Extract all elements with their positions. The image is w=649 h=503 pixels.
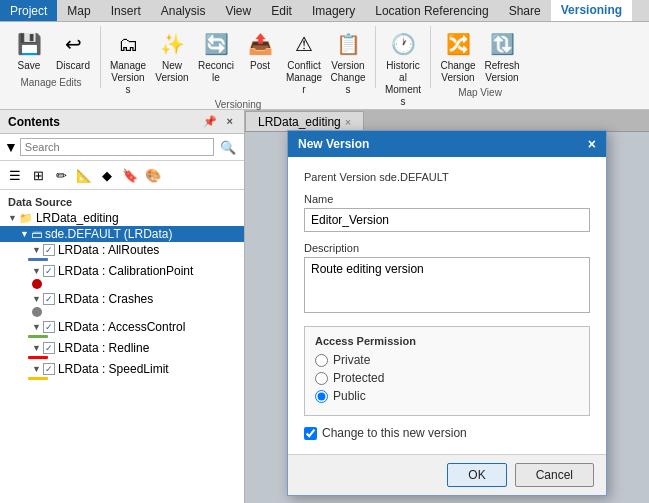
historical-moments-icon: 🕐 — [387, 28, 419, 60]
ribbon: 💾 Save ↩ Discard Manage Edits 🗂 Manage V… — [0, 22, 649, 110]
checkbox-calibrationpoint[interactable]: ✓ — [43, 265, 55, 277]
checkbox-change-version[interactable] — [304, 427, 317, 440]
manage-versions-label: Manage Versions — [109, 60, 147, 96]
folder-icon: 📁 — [19, 212, 33, 225]
dialog-description-label: Description — [304, 242, 590, 254]
tree-item-allroutes[interactable]: ▼ ✓ LRData : AllRoutes — [0, 242, 244, 258]
historical-moments-button[interactable]: 🕐 Historical Moments — [382, 26, 424, 110]
draw-icon[interactable]: 📐 — [73, 164, 95, 186]
version-changes-icon: 📋 — [332, 28, 364, 60]
table-icon[interactable]: ⊞ — [27, 164, 49, 186]
dialog-name-input[interactable] — [304, 208, 590, 232]
tree-item-lrdata-editing[interactable]: ▼ 📁 LRData_editing — [0, 210, 244, 226]
menu-edit[interactable]: Edit — [261, 0, 302, 21]
save-icon: 💾 — [13, 28, 45, 60]
checkbox-speedlimit[interactable]: ✓ — [43, 363, 55, 375]
checkbox-allroutes[interactable]: ✓ — [43, 244, 55, 256]
save-button[interactable]: 💾 Save — [8, 26, 50, 74]
radio-protected[interactable]: Protected — [315, 371, 579, 385]
label-icon[interactable]: 🔖 — [119, 164, 141, 186]
filter-icon[interactable]: ▼ — [4, 139, 18, 155]
dialog-description-textarea[interactable]: Route editing version — [304, 257, 590, 313]
menu-share[interactable]: Share — [499, 0, 551, 21]
search-icon[interactable]: 🔍 — [216, 139, 240, 156]
menu-versioning[interactable]: Versioning — [551, 0, 632, 21]
ribbon-map-view-buttons: 🔀 Change Version 🔃 Refresh Version — [437, 26, 523, 86]
conflict-manager-button[interactable]: ⚠ Conflict Manager — [283, 26, 325, 98]
expand-arrow: ▼ — [32, 294, 41, 304]
dialog-overlay: New Version × Parent Version sde.DEFAULT… — [245, 110, 649, 503]
checkbox-change-version-label: Change to this new version — [322, 426, 467, 440]
new-version-icon: ✨ — [156, 28, 188, 60]
refresh-version-button[interactable]: 🔃 Refresh Version — [481, 26, 523, 86]
checkbox-accesscontrol[interactable]: ✓ — [43, 321, 55, 333]
close-panel-button[interactable]: × — [224, 114, 236, 129]
edit-icon[interactable]: ✏ — [50, 164, 72, 186]
map-view-group-label: Map View — [437, 86, 523, 98]
ribbon-group-manage-edits: 💾 Save ↩ Discard Manage Edits — [2, 26, 101, 88]
ribbon-content: 💾 Save ↩ Discard Manage Edits 🗂 Manage V… — [0, 22, 649, 109]
new-version-button[interactable]: ✨ New Version — [151, 26, 193, 86]
refresh-version-icon: 🔃 — [486, 28, 518, 60]
menu-map[interactable]: Map — [57, 0, 100, 21]
radio-protected-input[interactable] — [315, 372, 328, 385]
legend-redline — [28, 356, 48, 359]
menu-analysis[interactable]: Analysis — [151, 0, 216, 21]
search-input[interactable] — [20, 138, 214, 156]
checkbox-crashes[interactable]: ✓ — [43, 293, 55, 305]
new-version-label: New Version — [153, 60, 191, 84]
radio-public-input[interactable] — [315, 390, 328, 403]
dialog-access-label: Access Permission — [315, 335, 579, 347]
legend-speedlimit — [28, 377, 48, 380]
manage-versions-icon: 🗂 — [112, 28, 144, 60]
tree-item-speedlimit[interactable]: ▼ ✓ LRData : SpeedLimit — [0, 361, 244, 377]
style-icon[interactable]: 🎨 — [142, 164, 164, 186]
radio-private-input[interactable] — [315, 354, 328, 367]
save-label: Save — [18, 60, 41, 72]
change-version-button[interactable]: 🔀 Change Version — [437, 26, 479, 86]
tree-item-sde-default[interactable]: ▼ 🗃 sde.DEFAULT (LRData) — [0, 226, 244, 242]
expand-arrow: ▼ — [32, 245, 41, 255]
radio-protected-label: Protected — [333, 371, 384, 385]
change-version-icon: 🔀 — [442, 28, 474, 60]
ok-button[interactable]: OK — [447, 463, 506, 487]
radio-private[interactable]: Private — [315, 353, 579, 367]
dialog-title-bar: New Version × — [288, 131, 606, 157]
pin-button[interactable]: 📌 — [200, 114, 220, 129]
tree-item-accesscontrol[interactable]: ▼ ✓ LRData : AccessControl — [0, 319, 244, 335]
list-view-icon[interactable]: ☰ — [4, 164, 26, 186]
new-version-dialog: New Version × Parent Version sde.DEFAULT… — [287, 130, 607, 496]
versioning-group-label: Versioning — [107, 98, 369, 110]
ribbon-archiving-buttons: 🕐 Historical Moments — [382, 26, 424, 110]
symbol-icon[interactable]: ◆ — [96, 164, 118, 186]
tree-item-calibrationpoint[interactable]: ▼ ✓ LRData : CalibrationPoint — [0, 263, 244, 279]
menu-project[interactable]: Project — [0, 0, 57, 21]
discard-button[interactable]: ↩ Discard — [52, 26, 94, 74]
checkbox-redline[interactable]: ✓ — [43, 342, 55, 354]
tree-item-crashes[interactable]: ▼ ✓ LRData : Crashes — [0, 291, 244, 307]
menu-location-referencing[interactable]: Location Referencing — [365, 0, 498, 21]
checkbox-change-version-row[interactable]: Change to this new version — [304, 426, 590, 440]
reconcile-button[interactable]: 🔄 Reconcile — [195, 26, 237, 86]
ribbon-group-versioning: 🗂 Manage Versions ✨ New Version 🔄 Reconc… — [101, 26, 376, 88]
legend-crashes — [32, 307, 42, 317]
menu-view[interactable]: View — [215, 0, 261, 21]
expand-arrow: ▼ — [32, 364, 41, 374]
manage-edits-group-label: Manage Edits — [8, 76, 94, 88]
manage-versions-button[interactable]: 🗂 Manage Versions — [107, 26, 149, 98]
dialog-body: Parent Version sde.DEFAULT Name Descript… — [288, 157, 606, 454]
dialog-footer: OK Cancel — [288, 454, 606, 495]
legend-accesscontrol — [28, 335, 48, 338]
expand-arrow: ▼ — [8, 213, 17, 223]
cancel-button[interactable]: Cancel — [515, 463, 594, 487]
dialog-parent-version: Parent Version sde.DEFAULT — [304, 171, 590, 183]
menu-insert[interactable]: Insert — [101, 0, 151, 21]
version-changes-button[interactable]: 📋 Version Changes — [327, 26, 369, 98]
ribbon-group-map-view: 🔀 Change Version 🔃 Refresh Version Map V… — [431, 26, 529, 88]
post-button[interactable]: 📤 Post — [239, 26, 281, 74]
tree-item-redline[interactable]: ▼ ✓ LRData : Redline — [0, 340, 244, 356]
menu-imagery[interactable]: Imagery — [302, 0, 365, 21]
radio-public[interactable]: Public — [315, 389, 579, 403]
dialog-close-button[interactable]: × — [588, 136, 596, 152]
dialog-name-field: Name — [304, 193, 590, 232]
